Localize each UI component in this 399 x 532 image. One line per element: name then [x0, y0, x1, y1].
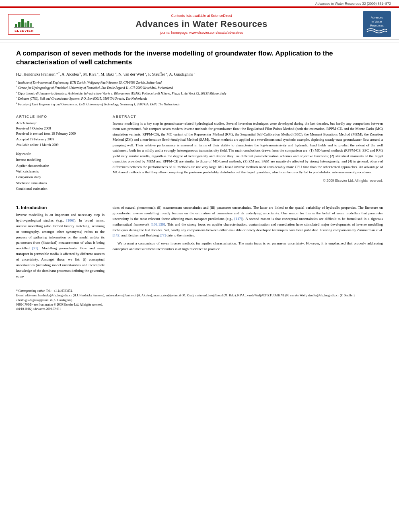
keyword-1: Inverse modelling	[16, 157, 105, 162]
keyword-4: Comparison study	[16, 174, 105, 180]
svg-rect-0	[15, 24, 17, 27]
corresponding-author-note: * Corresponding author. Tel.: +41 44 633…	[16, 289, 383, 293]
top-bar: Advances in Water Resources 32 (2009) 85…	[0, 0, 399, 6]
section-divider	[16, 200, 383, 200]
history-label: Article history:	[16, 121, 105, 125]
article-info-label: ARTICLE INFO	[16, 115, 105, 119]
abstract-text: Inverse modelling is a key step in groun…	[113, 121, 383, 175]
article-info-box: ARTICLE INFO Article history: Received 4…	[16, 112, 105, 192]
article-history: Article history: Received 4 October 2008…	[16, 121, 105, 148]
ref-77[interactable]: [77]	[160, 233, 166, 237]
issn-line: 0309-1708/$ - see front matter © 2009 El…	[16, 302, 383, 307]
introduction-section: 1. Introduction Inverse modelling is an …	[16, 205, 383, 282]
accepted-date: Accepted 19 February 2009	[16, 137, 105, 142]
article-title: A comparison of seven methods for the in…	[16, 49, 383, 67]
elsevier-tree-icon	[14, 17, 34, 28]
ref-117[interactable]: [117]	[234, 217, 242, 221]
abstract-column: ABSTRACT Inverse modelling is a key step…	[113, 112, 383, 195]
svg-text:Advances: Advances	[371, 16, 383, 19]
svg-rect-5	[30, 23, 32, 27]
ref-31[interactable]: [31]	[32, 246, 38, 250]
affiliation-d: d Deltares (TNO), Soil and Groundwater S…	[16, 96, 383, 101]
affiliations: a Institute of Environmental Engineering…	[16, 80, 383, 107]
intro-number: 1.	[16, 205, 20, 210]
svg-rect-6	[14, 27, 34, 28]
intro-right-col: tions of natural phenomena); (ii) measur…	[113, 205, 383, 282]
svg-rect-3	[25, 23, 27, 27]
journal-homepage: journal homepage: www.elsevier.com/locat…	[44, 31, 359, 35]
intro-para-1: Inverse modelling is an important and ne…	[16, 212, 105, 279]
keywords-section: Keywords: Inverse modelling Aquifer char…	[16, 152, 105, 192]
sciencedirect-link: Contents lists available at ScienceDirec…	[44, 14, 359, 18]
affiliation-b: b Centre for Hydrogeology of Neuchâtel, …	[16, 85, 383, 90]
page: Advances in Water Resources 32 (2009) 85…	[0, 0, 399, 532]
keyword-6: Conditional estimation	[16, 186, 105, 191]
intro-right-body: tions of natural phenomena); (ii) measur…	[113, 205, 383, 253]
abstract-section: ABSTRACT Inverse modelling is a key step…	[113, 112, 383, 183]
article-info-column: ARTICLE INFO Article history: Received 4…	[16, 112, 105, 195]
journal-logo-right: Advances in Water Resources	[363, 11, 391, 37]
intro-para-3: We present a comparison of seven inverse…	[113, 241, 383, 252]
journal-logo-box: Advances in Water Resources	[363, 11, 391, 37]
svg-rect-2	[21, 19, 24, 27]
svg-rect-1	[18, 22, 21, 27]
journal-header: Advances in Water Resources 32 (2009) 85…	[0, 0, 399, 43]
header-center: Contents lists available at ScienceDirec…	[44, 14, 359, 35]
keywords-label: Keywords:	[16, 152, 105, 156]
ref-106[interactable]: [106]	[66, 218, 74, 222]
svg-text:in Water: in Water	[372, 20, 382, 23]
intro-heading: 1. Introduction	[16, 205, 105, 210]
intro-left-col: 1. Introduction Inverse modelling is an …	[16, 205, 105, 282]
svg-rect-4	[27, 21, 29, 27]
ref-142[interactable]: [142]	[113, 233, 121, 237]
email-list: hendricks@ifu.baug.ethz.ch (H.J. Hendric…	[16, 294, 355, 302]
main-content: A comparison of seven methods for the in…	[0, 43, 399, 315]
affiliation-c: c Dipartimento di Ingegneria Idraulica, …	[16, 90, 383, 96]
intro-para-2: tions of natural phenomena); (ii) measur…	[113, 205, 383, 239]
journal-citation: Advances in Water Resources 32 (2009) 85…	[315, 2, 391, 6]
ref-109-138[interactable]: [109,138]	[151, 222, 165, 226]
available-date: Available online 1 March 2009	[16, 142, 105, 148]
header-divider-bottom	[0, 40, 399, 40]
elsevier-logo: ELSEVIER	[8, 14, 40, 35]
affiliation-e: e Faculty of Civil Engineering and Geosc…	[16, 101, 383, 107]
authors: H.J. Hendricks Franssen a,*, A. Alcolea …	[16, 71, 383, 77]
article-info-abstract-section: ARTICLE INFO Article history: Received 4…	[16, 112, 383, 195]
header-content: ELSEVIER Contents lists available at Sci…	[0, 7, 399, 40]
elsevier-logo-inner: ELSEVIER	[8, 14, 40, 35]
revised-date: Received in revised form 18 February 200…	[16, 131, 105, 137]
doi-line: doi:10.1016/j.advwatres.2009.02.011	[16, 307, 383, 311]
author-hendriks: H.J. Hendricks Franssen a,*, A. Alcolea …	[16, 72, 195, 76]
intro-left-body: Inverse modelling is an important and ne…	[16, 212, 105, 279]
journal-title: Advances in Water Resources	[44, 19, 359, 29]
email-footnote: E-mail addresses: hendricks@ifu.baug.eth…	[16, 293, 383, 302]
copyright-notice: © 2009 Elsevier Ltd. All rights reserved…	[113, 179, 383, 183]
abstract-label: ABSTRACT	[113, 115, 383, 119]
intro-title: Introduction	[21, 205, 47, 210]
elsevier-text: ELSEVIER	[11, 29, 37, 33]
journal-logo-icon: Advances in Water Resources	[365, 13, 389, 35]
footnote-area: * Corresponding author. Tel.: +41 44 633…	[16, 287, 383, 311]
affiliation-a: a Institute of Environmental Engineering…	[16, 80, 383, 85]
keyword-3: Well catchments	[16, 168, 105, 174]
sciencedirect-name[interactable]: ScienceDirect	[211, 14, 232, 18]
keyword-5: Stochastic simulations	[16, 180, 105, 186]
received-date: Received 4 October 2008	[16, 126, 105, 131]
svg-text:Resources: Resources	[370, 24, 384, 27]
keyword-list: Inverse modelling Aquifer characterisati…	[16, 157, 105, 192]
keyword-2: Aquifer characterisation	[16, 163, 105, 168]
